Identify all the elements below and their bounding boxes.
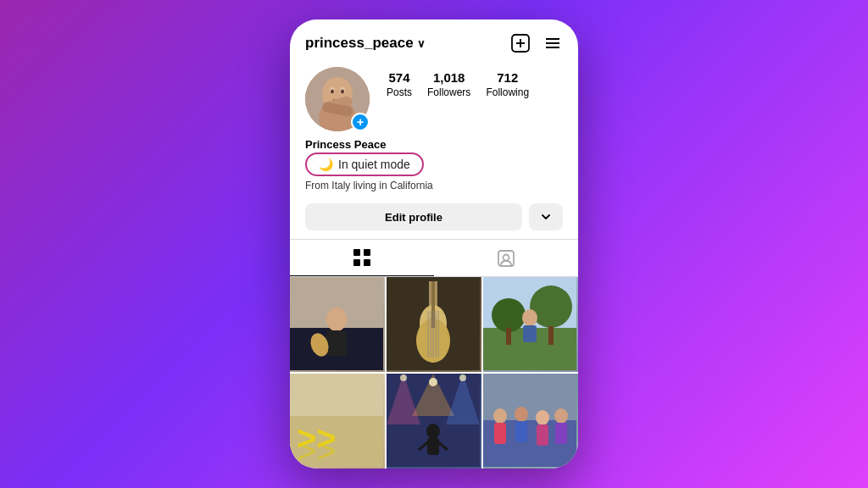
svg-rect-24: [326, 330, 347, 356]
phone-frame: princess_peace ∨: [290, 19, 578, 469]
stat-posts: 574 Posts: [387, 70, 412, 98]
menu-icon[interactable]: [542, 33, 563, 53]
username-text: princess_peace: [305, 35, 414, 52]
svg-point-62: [515, 407, 528, 422]
quiet-mode-text: In quiet mode: [338, 158, 410, 171]
profile-section: + 574 Posts 1,018 Followers 712 Followin…: [290, 60, 578, 136]
photo-cell-3[interactable]: [483, 277, 578, 372]
svg-rect-18: [364, 259, 370, 266]
photo-grid: >> >>: [290, 277, 578, 469]
avatar-wrapper[interactable]: +: [305, 67, 370, 131]
stats-row: 574 Posts 1,018 Followers 712 Following: [387, 67, 529, 98]
svg-rect-41: [548, 326, 554, 345]
svg-point-42: [522, 309, 537, 326]
svg-rect-16: [364, 249, 370, 256]
posts-count: 574: [388, 70, 409, 85]
stat-followers: 1,018 Followers: [427, 70, 470, 98]
svg-point-58: [459, 374, 466, 381]
moon-icon: 🌙: [319, 158, 333, 171]
svg-point-64: [554, 408, 568, 424]
svg-rect-53: [427, 438, 439, 455]
photo-cell-5[interactable]: [387, 374, 481, 469]
tabs-row: [290, 239, 578, 277]
following-count: 712: [497, 70, 518, 85]
quiet-mode-badge[interactable]: 🌙 In quiet mode: [305, 152, 424, 176]
stat-following: 712 Following: [486, 70, 529, 98]
svg-rect-17: [353, 259, 360, 266]
svg-point-11: [341, 90, 344, 94]
username-row[interactable]: princess_peace ∨: [305, 35, 426, 52]
svg-text:>>: >>: [297, 432, 337, 467]
new-post-icon[interactable]: [510, 33, 531, 53]
following-label: Following: [486, 86, 529, 98]
svg-point-20: [504, 254, 509, 260]
svg-point-52: [426, 424, 440, 439]
bio-section: Princess Peace 🌙 In quiet mode From Ital…: [290, 136, 578, 198]
username-chevron[interactable]: ∨: [417, 37, 426, 50]
display-name: Princess Peace: [305, 138, 563, 151]
posts-label: Posts: [387, 86, 412, 98]
tab-tagged[interactable]: [434, 240, 578, 276]
svg-rect-43: [523, 325, 537, 342]
svg-point-38: [492, 298, 526, 332]
svg-rect-65: [494, 423, 506, 444]
svg-rect-39: [506, 328, 511, 345]
svg-rect-66: [515, 421, 527, 442]
photo-cell-1[interactable]: [290, 277, 385, 372]
avatar-add-story[interactable]: +: [351, 113, 370, 131]
svg-point-63: [536, 410, 549, 425]
svg-rect-15: [353, 249, 360, 256]
svg-rect-67: [537, 424, 548, 446]
followers-label: Followers: [427, 86, 470, 98]
dropdown-button[interactable]: [529, 203, 563, 230]
svg-rect-68: [555, 423, 567, 444]
svg-point-10: [331, 90, 334, 94]
action-row: Edit profile: [290, 198, 578, 239]
tab-grid[interactable]: [290, 240, 434, 276]
edit-profile-button[interactable]: Edit profile: [305, 203, 522, 230]
svg-point-57: [400, 374, 407, 381]
followers-count: 1,018: [433, 70, 465, 85]
photo-cell-2[interactable]: [387, 277, 481, 372]
profile-header: princess_peace ∨: [290, 19, 578, 60]
svg-point-61: [493, 408, 507, 424]
svg-point-56: [429, 378, 437, 386]
svg-point-23: [326, 308, 347, 331]
photo-cell-6[interactable]: [483, 374, 578, 469]
photo-cell-4[interactable]: >> >>: [290, 374, 385, 469]
header-icons-group: [510, 33, 563, 53]
bio-location: From Italy living in California: [305, 180, 563, 191]
